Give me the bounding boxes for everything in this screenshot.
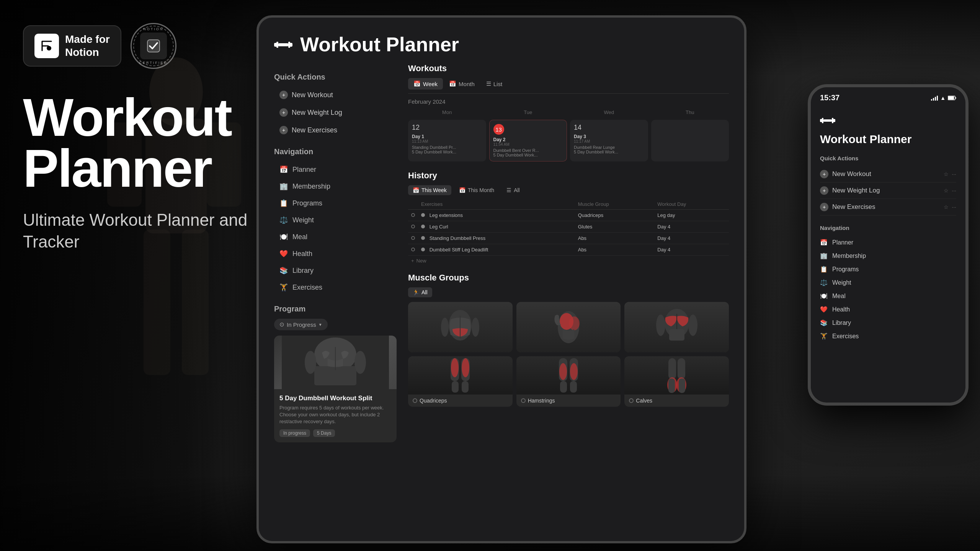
phone-nav-meal[interactable]: 🍽️ Meal	[820, 289, 956, 303]
nav-membership[interactable]: 🏢 Membership	[274, 178, 397, 194]
table-row[interactable]: Dumbbell Stiff Leg Deadlift Abs Day 4	[408, 244, 729, 256]
program-card-image	[274, 336, 397, 389]
muscle-card-group6[interactable]: Calves	[624, 356, 729, 407]
checkbox-unchecked	[411, 236, 415, 240]
calendar-day-13[interactable]: 13 Day 2 11:54 AM Dumbbell Bent Over R..…	[489, 120, 567, 161]
svg-point-7	[47, 46, 51, 51]
tablet-sidebar: Quick Actions + New Workout + New Weight…	[274, 64, 397, 518]
tablet-body: Quick Actions + New Workout + New Weight…	[274, 64, 729, 518]
phone-action-new-weight-log[interactable]: + New Weight Log ☆ ···	[820, 183, 956, 199]
svg-point-22	[441, 318, 449, 337]
phone-nav-library[interactable]: 📚 Library	[820, 316, 956, 329]
quick-action-new-exercises[interactable]: + New Exercises	[274, 122, 397, 138]
day-header-thu: Thu	[651, 108, 729, 117]
svg-rect-48	[668, 378, 675, 393]
quick-actions-label: Quick Actions	[274, 73, 397, 82]
svg-rect-10	[276, 42, 278, 48]
plus-circle-icon: +	[820, 170, 828, 178]
calendar-day-thu[interactable]	[651, 120, 729, 161]
star-icon: ☆	[944, 187, 949, 194]
chest-image	[624, 302, 729, 352]
calendar-day-14[interactable]: 14 Day 3 11:17 AM Dumbbell Rear Lunge 5 …	[570, 120, 648, 161]
notion-certified-badge: NOTION CERTIFIED	[131, 23, 176, 69]
svg-point-34	[451, 358, 459, 377]
more-icon: ···	[952, 171, 956, 177]
membership-icon: 🏢	[279, 182, 288, 191]
phone-nav-health[interactable]: ❤️ Health	[820, 303, 956, 316]
calendar-icon: 📅	[279, 165, 288, 174]
phone-action-left: + New Exercises	[820, 203, 875, 211]
certified-bottom-text: CERTIFIED	[139, 61, 168, 65]
plus-icon-sm: +	[411, 258, 414, 264]
exercise-name: Standing Dumbbell Press	[418, 233, 575, 244]
muscle-groups-section: Muscle Groups 🏃 All	[408, 273, 729, 407]
phone-content: Workout Planner Quick Actions + New Work…	[811, 105, 965, 350]
muscle-card-group4[interactable]: Quadriceps	[408, 356, 513, 407]
calendar-icon-sm: 📅	[413, 80, 421, 87]
muscle-card-lower-back[interactable]: Lower Back	[408, 302, 513, 352]
svg-point-18	[305, 351, 316, 374]
workouts-section: Workouts 📅 Week 📅 Month ☰ List	[408, 64, 729, 161]
muscle-card-group5[interactable]: Hamstrings	[516, 356, 621, 407]
radio-icon	[629, 398, 634, 403]
muscle-card-biceps[interactable]: Biceps	[516, 302, 621, 352]
program-tag-progress: In progress	[279, 429, 310, 437]
date-num-12: 12	[412, 124, 482, 132]
phone-health-icon: ❤️	[820, 306, 828, 313]
phone-weight-icon: ⚖️	[820, 279, 828, 286]
table-row[interactable]: Leg Curl Glutes Day 4	[408, 221, 729, 233]
radio-icon	[521, 398, 526, 403]
phone-nav-planner[interactable]: 📅 Planner	[820, 236, 956, 249]
phone-nav-membership[interactable]: 🏢 Membership	[820, 249, 956, 262]
nav-exercises[interactable]: 🏋️ Exercises	[274, 279, 397, 295]
phone-nav-exercises[interactable]: 🏋️ Exercises	[820, 329, 956, 343]
nav-planner[interactable]: 📅 Planner	[274, 161, 397, 178]
add-new-button[interactable]: + New	[408, 256, 729, 266]
svg-point-35	[462, 358, 469, 377]
svg-point-26	[569, 316, 580, 330]
phone-action-new-workout[interactable]: + New Workout ☆ ···	[820, 166, 956, 183]
muscle-groups-heading: Muscle Groups	[408, 273, 729, 283]
chevron-icon: ▼	[318, 323, 322, 327]
muscle-tab-all[interactable]: 🏃 All	[408, 287, 432, 297]
phone-nav-weight[interactable]: ⚖️ Weight	[820, 276, 956, 289]
quick-action-new-weight-log[interactable]: + New Weight Log	[274, 104, 397, 121]
phone-action-new-exercises[interactable]: + New Exercises ☆ ···	[820, 199, 956, 215]
table-row[interactable]: Standing Dumbbell Press Abs Day 4	[408, 233, 729, 244]
star-icon: ☆	[944, 171, 949, 177]
checkbox-unchecked	[411, 248, 415, 251]
calendar-day-12[interactable]: 12 Day 1 11:13 AM Standing Dumbbell Pr..…	[408, 120, 486, 161]
phone-nav-label: Navigation	[820, 225, 956, 231]
svg-rect-56	[833, 119, 835, 122]
svg-rect-49	[679, 378, 685, 393]
phone-inner: 15:37 ▲	[811, 87, 965, 403]
programs-icon: 📋	[279, 199, 288, 207]
history-tab-thismonth[interactable]: 📅 This Month	[454, 185, 499, 195]
history-tab-all[interactable]: ☰ All	[502, 185, 524, 195]
history-tab-thisweek[interactable]: 📅 This Week	[408, 185, 451, 195]
nav-library[interactable]: 📚 Library	[274, 262, 397, 279]
muscle-card-chest[interactable]: Chest	[624, 302, 729, 352]
tab-month[interactable]: 📅 Month	[444, 78, 480, 90]
tab-list[interactable]: ☰ List	[481, 78, 508, 90]
program-tag-days: 5 Days	[313, 429, 335, 437]
calendar-icon-hm: 📅	[459, 187, 466, 193]
tab-week[interactable]: 📅 Week	[408, 78, 443, 90]
nav-programs[interactable]: 📋 Programs	[274, 195, 397, 211]
nav-health[interactable]: ❤️ Health	[274, 246, 397, 262]
nav-weight[interactable]: ⚖️ Weight	[274, 212, 397, 228]
phone-status-icons: ▲	[931, 95, 956, 101]
nav-meal[interactable]: 🍽️ Meal	[274, 229, 397, 245]
svg-rect-37	[462, 381, 469, 393]
date-num-13: 13	[493, 124, 504, 135]
phone-nav-programs[interactable]: 📋 Programs	[820, 262, 956, 276]
program-card[interactable]: 5 Day Dumbbell Workout Split Program req…	[274, 336, 397, 442]
quick-action-new-workout[interactable]: + New Workout	[274, 87, 397, 103]
table-row[interactable]: Leg extensions Quadriceps Leg day	[408, 210, 729, 221]
program-desc: Program requires 5 days of workouts per …	[279, 404, 391, 425]
program-label: Program	[274, 305, 397, 313]
program-tags: In progress 5 Days	[279, 429, 391, 437]
svg-rect-11	[278, 43, 288, 46]
exercise-name: Dumbbell Stiff Leg Deadlift	[418, 244, 575, 256]
svg-rect-54	[823, 119, 832, 122]
